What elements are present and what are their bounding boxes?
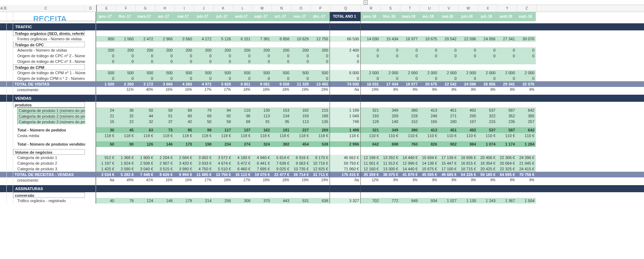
data-cell[interactable]: 9%	[477, 87, 497, 93]
data-cell[interactable]: 110 €	[477, 133, 497, 139]
data-cell[interactable]: 0	[516, 47, 536, 53]
data-cell[interactable]	[380, 59, 400, 64]
data-cell[interactable]: 45	[116, 127, 135, 133]
data-cell[interactable]: 16%	[155, 177, 174, 183]
data-cell[interactable]: 500	[155, 70, 174, 76]
data-cell[interactable]: 248	[419, 113, 439, 119]
data-cell[interactable]: 70 756 €	[516, 172, 536, 177]
data-cell[interactable]: 152	[400, 119, 419, 124]
data-cell[interactable]: 45 505 €	[419, 172, 439, 177]
data-cell[interactable]: 0	[380, 47, 400, 53]
data-cell[interactable]: 0	[96, 53, 116, 59]
data-cell[interactable]: 642	[516, 127, 536, 133]
data-cell[interactable]: 90	[116, 141, 135, 147]
data-cell[interactable]: 2 000	[477, 70, 497, 76]
data-cell[interactable]: 500	[174, 70, 193, 76]
data-cell[interactable]: 32 076	[516, 81, 536, 87]
data-cell[interactable]: 382	[271, 141, 291, 147]
data-cell[interactable]: 78	[116, 198, 135, 204]
data-cell[interactable]: 500	[135, 70, 155, 76]
data-cell[interactable]: 12 198 €	[361, 155, 380, 160]
data-cell[interactable]: 0	[193, 76, 213, 81]
data-cell[interactable]: 0	[458, 76, 477, 81]
data-cell[interactable]: 18 715 €	[458, 166, 477, 172]
data-cell[interactable]: 17%	[193, 177, 213, 183]
data-cell[interactable]: 137	[232, 127, 252, 133]
data-cell[interactable]: 0	[419, 76, 439, 81]
data-cell[interactable]: 73	[155, 127, 174, 133]
data-cell[interactable]: 2 090 €	[116, 166, 135, 172]
data-cell[interactable]: 370	[252, 198, 271, 204]
data-cell[interactable]: 1 500	[96, 81, 116, 87]
data-cell[interactable]: 14 030	[361, 36, 380, 42]
data-cell[interactable]: 19%	[291, 177, 310, 183]
data-cell[interactable]: 41 876 €	[400, 172, 419, 177]
data-cell[interactable]: 12 996 €	[400, 160, 419, 166]
data-cell[interactable]: 8 626 €	[155, 172, 174, 177]
data-cell[interactable]: 118 €	[291, 133, 310, 139]
data-cell[interactable]: 6 441 €	[252, 160, 271, 166]
data-cell[interactable]: 2 508 €	[135, 160, 155, 166]
data-cell[interactable]: 0	[96, 76, 116, 81]
data-cell[interactable]: 30 076	[516, 36, 536, 42]
data-cell[interactable]: 500	[271, 70, 291, 76]
data-cell[interactable]: 180	[439, 119, 458, 124]
data-cell[interactable]: 0	[477, 47, 497, 53]
data-cell[interactable]	[497, 59, 516, 64]
data-cell[interactable]: 1 560	[116, 36, 135, 42]
data-cell[interactable]: 9 063 €	[291, 160, 310, 166]
data-cell[interactable]: 200	[116, 47, 135, 53]
data-cell[interactable]: 140	[380, 119, 400, 124]
data-cell[interactable]: 5 826	[213, 81, 232, 87]
data-cell[interactable]: 984	[458, 141, 477, 147]
data-cell[interactable]: 18 354 €	[477, 160, 497, 166]
data-cell[interactable]: 60	[174, 113, 193, 119]
data-cell[interactable]: 9%	[400, 87, 419, 93]
data-cell[interactable]: 8 858	[271, 36, 291, 42]
data-cell[interactable]: 16%	[174, 177, 193, 183]
data-cell[interactable]: 9 558	[271, 81, 291, 87]
data-cell[interactable]: 0	[439, 47, 458, 53]
total-cell[interactable]: 176 415 €	[330, 172, 361, 177]
data-cell[interactable]: 234	[213, 141, 232, 147]
data-cell[interactable]: 1 504	[516, 198, 536, 204]
data-cell[interactable]: 227	[291, 127, 310, 133]
data-cell[interactable]: 0	[497, 47, 516, 53]
data-cell[interactable]: 59 185 €	[477, 172, 497, 177]
data-cell[interactable]: 117	[213, 127, 232, 133]
data-cell[interactable]: 0	[419, 47, 439, 53]
data-cell[interactable]: 0	[271, 76, 291, 81]
data-cell[interactable]: 200	[291, 47, 310, 53]
data-cell[interactable]: 38 475 €	[380, 172, 400, 177]
total-cell[interactable]: 59 793 €	[330, 160, 361, 166]
data-cell[interactable]: 500	[291, 70, 310, 76]
data-cell[interactable]: 24 596	[458, 81, 477, 87]
data-cell[interactable]: 9%	[380, 177, 400, 183]
data-cell[interactable]: 8 081	[252, 81, 271, 87]
data-cell[interactable]: 587	[497, 107, 516, 113]
data-cell[interactable]: 0	[458, 53, 477, 59]
data-cell[interactable]: 0	[135, 53, 155, 59]
data-cell[interactable]: 7 381	[252, 36, 271, 42]
data-cell[interactable]: 118 €	[155, 133, 174, 139]
data-cell[interactable]: 0	[291, 59, 310, 64]
data-cell[interactable]: 19 076 €	[252, 172, 271, 177]
data-cell[interactable]: 95	[271, 119, 291, 124]
data-cell[interactable]: 200	[174, 47, 193, 53]
data-cell[interactable]: 44	[135, 113, 155, 119]
data-cell[interactable]: 16 031	[361, 81, 380, 87]
total-cell[interactable]: 1 199	[330, 107, 361, 113]
data-cell[interactable]: 24	[96, 107, 116, 113]
data-cell[interactable]: 1 425 €	[96, 166, 116, 172]
data-cell[interactable]: 3 002 €	[193, 155, 213, 160]
data-cell[interactable]: 0	[400, 53, 419, 59]
data-cell[interactable]: 0	[439, 53, 458, 59]
data-cell[interactable]: 702	[361, 198, 380, 204]
data-cell[interactable]: 760	[400, 141, 419, 147]
data-cell[interactable]: 200	[135, 47, 155, 53]
data-cell[interactable]: 51%	[116, 87, 135, 93]
data-cell[interactable]: 6 851	[232, 81, 252, 87]
data-cell[interactable]: 2 584 €	[174, 155, 193, 160]
data-cell[interactable]: 349	[380, 127, 400, 133]
data-cell[interactable]: 16 977	[400, 36, 419, 42]
